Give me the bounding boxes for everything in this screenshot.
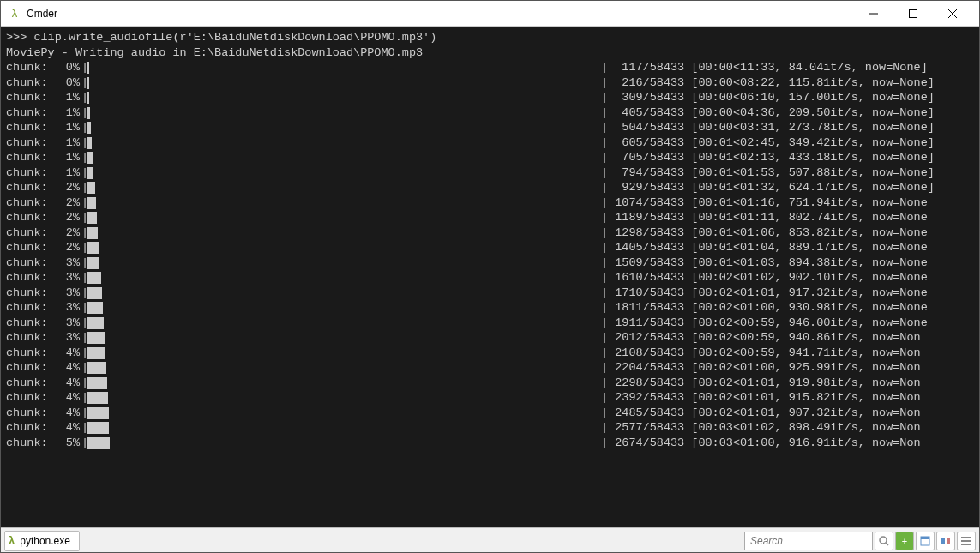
window-titlebar: λ Cmder: [1, 1, 979, 27]
new-console-button[interactable]: +: [895, 532, 914, 550]
progress-row: chunk:1%|| 705/58433 [00:01<02:13, 433.1…: [6, 150, 974, 165]
progress-row: chunk:3%|| 1811/58433 [00:02<01:00, 930.…: [6, 300, 974, 316]
progress-row: chunk:2%|| 929/58433 [00:01<01:32, 624.1…: [6, 180, 974, 195]
progress-row: chunk:2%|| 1074/58433 [00:01<01:16, 751.…: [6, 195, 974, 211]
maximize-button[interactable]: [893, 1, 933, 27]
progress-row: chunk:0%|| 117/58433 [00:00<11:33, 84.04…: [6, 60, 974, 75]
progress-row: chunk:2%|| 1298/58433 [00:01<01:06, 853.…: [6, 225, 974, 241]
menu-button[interactable]: [957, 532, 976, 550]
progress-row: chunk:0%|| 216/58433 [00:00<08:22, 115.8…: [6, 75, 974, 91]
minimize-button[interactable]: [854, 1, 893, 27]
app-icon: λ: [8, 7, 21, 21]
search-button[interactable]: [875, 532, 893, 550]
progress-row: chunk:3%|| 2012/58433 [00:02<00:59, 940.…: [6, 330, 974, 346]
processes-button[interactable]: [936, 532, 955, 550]
tab-python[interactable]: λ python.exe: [4, 531, 80, 551]
progress-row: chunk:4%|| 2577/58433 [00:03<01:02, 898.…: [6, 420, 974, 436]
svg-line-5: [886, 543, 888, 545]
svg-rect-9: [947, 538, 950, 544]
close-button[interactable]: [933, 1, 972, 27]
progress-row: chunk:1%|| 794/58433 [00:01<01:53, 507.8…: [6, 165, 974, 181]
progress-row: chunk:3%|| 1911/58433 [00:02<00:59, 946.…: [6, 316, 974, 331]
svg-rect-7: [921, 537, 929, 539]
window-menu-button[interactable]: [916, 532, 935, 550]
progress-row: chunk:4%|| 2204/58433 [00:02<01:00, 925.…: [6, 360, 974, 376]
progress-row: chunk:4%|| 2298/58433 [00:02<01:01, 919.…: [6, 376, 974, 391]
progress-row: chunk:1%|| 605/58433 [00:01<02:45, 349.4…: [6, 135, 974, 151]
svg-rect-8: [941, 538, 945, 544]
terminal-output[interactable]: >>> clip.write_audiofile(r'E:\BaiduNetdi…: [1, 27, 979, 527]
status-bar: λ python.exe +: [1, 527, 979, 553]
window-title: Cmder: [27, 8, 57, 20]
progress-row: chunk:2%|| 1189/58433 [00:01<01:11, 802.…: [6, 210, 974, 225]
svg-rect-1: [910, 9, 917, 17]
progress-row: chunk:4%|| 2392/58433 [00:02<01:01, 915.…: [6, 390, 974, 406]
search-input[interactable]: [744, 532, 873, 550]
svg-point-4: [880, 537, 887, 544]
progress-row: chunk:1%|| 405/58433 [00:00<04:36, 209.5…: [6, 105, 974, 121]
command-line: >>> clip.write_audiofile(r'E:\BaiduNetdi…: [6, 30, 974, 45]
status-line: MoviePy - Writing audio in E:\BaiduNetdi…: [6, 45, 974, 61]
progress-row: chunk:3%|| 1610/58433 [00:02<01:02, 902.…: [6, 270, 974, 286]
progress-row: chunk:5%|| 2674/58433 [00:03<01:00, 916.…: [6, 436, 974, 451]
progress-row: chunk:2%|| 1405/58433 [00:01<01:04, 889.…: [6, 240, 974, 255]
progress-row: chunk:3%|| 1509/58433 [00:01<01:03, 894.…: [6, 255, 974, 271]
progress-row: chunk:4%|| 2108/58433 [00:02<00:59, 941.…: [6, 346, 974, 361]
progress-row: chunk:1%|| 309/58433 [00:00<06:10, 157.0…: [6, 90, 974, 105]
progress-row: chunk:4%|| 2485/58433 [00:02<01:01, 907.…: [6, 406, 974, 421]
progress-row: chunk:3%|| 1710/58433 [00:02<01:01, 917.…: [6, 286, 974, 301]
progress-row: chunk:1%|| 504/58433 [00:00<03:31, 273.7…: [6, 120, 974, 135]
lambda-icon: λ: [9, 534, 15, 547]
tab-label: python.exe: [20, 535, 70, 547]
